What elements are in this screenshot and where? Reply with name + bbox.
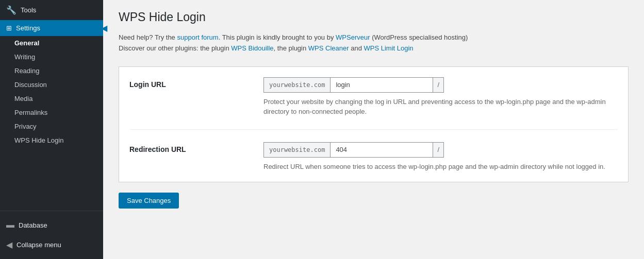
support-forum-link[interactable]: support forum — [177, 33, 218, 41]
sidebar-settings-group: ⊞ Settings General Writing Reading Discu… — [0, 20, 103, 147]
sidebar-item-general[interactable]: General — [0, 36, 103, 50]
sidebar-submenu: General Writing Reading Discussion Media… — [0, 36, 103, 147]
redirection-url-description: Redirect URL when someone tries to acces… — [263, 162, 618, 172]
redirection-url-prefix: yourwebsite.com — [263, 142, 330, 158]
sidebar-tools-header[interactable]: 🔧 Tools — [0, 0, 103, 20]
settings-form: Login URL yourwebsite.com / Protect your… — [119, 66, 629, 183]
and-text: and — [349, 44, 364, 52]
redirection-url-label: Redirection URL — [129, 142, 263, 153]
sidebar-item-discussion[interactable]: Discussion — [0, 78, 103, 92]
main-content: WPS Hide Login Need help? Try the suppor… — [103, 0, 644, 259]
plugin-sep: , the plugin — [274, 44, 308, 52]
sidebar-database-header[interactable]: ▬ Database — [0, 215, 103, 235]
sidebar-item-privacy[interactable]: Privacy — [0, 119, 103, 133]
wpserveur-suffix: (WordPress specialised hosting) — [370, 33, 468, 41]
settings-icon: ⊞ — [6, 24, 12, 32]
database-icon: ▬ — [6, 220, 14, 230]
login-url-input[interactable] — [330, 77, 433, 93]
sidebar-settings-label: Settings — [16, 24, 40, 32]
wps-limit-link[interactable]: WPS Limit Login — [364, 44, 414, 52]
redirection-url-controls: yourwebsite.com / Redirect URL when some… — [263, 142, 618, 172]
sidebar-tools-label: Tools — [21, 6, 36, 14]
wpserveur-link[interactable]: WPServeur — [336, 33, 370, 41]
login-url-prefix: yourwebsite.com — [263, 77, 330, 93]
sidebar-item-media[interactable]: Media — [0, 92, 103, 106]
sidebar-settings-header[interactable]: ⊞ Settings — [0, 20, 103, 36]
sidebar-bottom: ▬ Database ◀ Collapse menu — [0, 211, 103, 259]
discover-text: Discover our other plugins: the plugin — [119, 44, 231, 52]
help-text: Need help? Try the — [119, 33, 177, 41]
mid-text: . This plugin is kindly brought to you b… — [219, 33, 336, 41]
wps-cleaner-link[interactable]: WPS Cleaner — [308, 44, 349, 52]
redirection-url-suffix: / — [433, 142, 444, 158]
wps-bidouille-link[interactable]: WPS Bidouille — [231, 44, 273, 52]
sidebar-collapse[interactable]: ◀ Collapse menu — [0, 235, 103, 255]
login-url-label: Login URL — [129, 77, 263, 89]
collapse-icon: ◀ — [6, 240, 12, 250]
login-url-row: Login URL yourwebsite.com / Protect your… — [129, 77, 618, 130]
sidebar-collapse-label: Collapse menu — [16, 241, 61, 249]
redirection-url-input[interactable] — [330, 142, 433, 158]
redirection-url-row: Redirection URL yourwebsite.com / Redire… — [129, 142, 618, 172]
sidebar-item-wps-hide-login[interactable]: WPS Hide Login — [0, 133, 103, 147]
sidebar-item-reading[interactable]: Reading — [0, 64, 103, 78]
intro-text: Need help? Try the support forum. This p… — [119, 32, 629, 54]
save-changes-button[interactable]: Save Changes — [119, 193, 179, 209]
tools-icon: 🔧 — [6, 5, 16, 15]
login-url-controls: yourwebsite.com / Protect your website b… — [263, 77, 618, 117]
page-title: WPS Hide Login — [119, 10, 629, 24]
redirection-url-input-group: yourwebsite.com / — [263, 142, 618, 158]
sidebar-item-writing[interactable]: Writing — [0, 50, 103, 64]
login-url-input-group: yourwebsite.com / — [263, 77, 618, 93]
login-url-suffix: / — [433, 77, 444, 93]
sidebar-database-label: Database — [19, 221, 47, 229]
sidebar-item-permalinks[interactable]: Permalinks — [0, 106, 103, 119]
login-url-description: Protect your website by changing the log… — [263, 97, 618, 117]
